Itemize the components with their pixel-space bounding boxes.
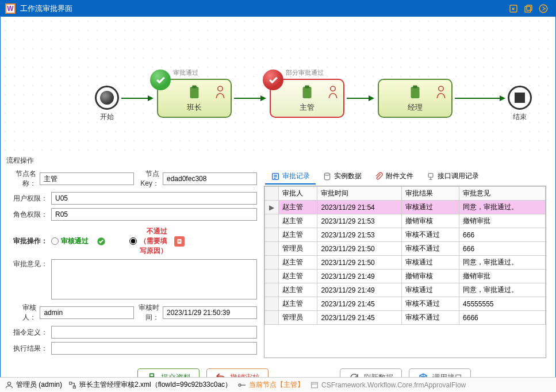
approval-grid: 审批人 审批时间 审批结果 审批意见 ▶赵主管2023/11/29 21:54审… xyxy=(264,186,546,325)
role-perm-input[interactable] xyxy=(51,208,257,221)
task-node-2[interactable]: 部分审批通过 主管 xyxy=(270,79,344,118)
label-node-key: 节点Key： xyxy=(134,169,159,189)
row-marker-cell xyxy=(265,256,279,270)
tab-bar: 审批记录 实例数据 附件文件 接口调用记录 xyxy=(264,169,546,185)
table-cell: 45555555 xyxy=(459,297,546,311)
svg-point-6 xyxy=(218,86,223,91)
table-row[interactable]: 赵主管2023/11/29 21:53撤销审核撤销审批 xyxy=(265,214,546,228)
exec-result-input[interactable] xyxy=(51,342,257,355)
opinion-textarea[interactable] xyxy=(51,259,257,299)
table-cell: 同意，审批通过。 xyxy=(459,283,546,297)
svg-rect-10 xyxy=(411,87,420,98)
svg-rect-15 xyxy=(178,240,181,241)
tab-api-log[interactable]: 接口调用记录 xyxy=(420,169,485,185)
table-row[interactable]: 赵主管2023/11/29 21:50审核通过同意，审批通过。 xyxy=(265,256,546,270)
svg-point-23 xyxy=(239,384,241,386)
maximize-button[interactable] xyxy=(521,2,536,15)
table-cell: 赵主管 xyxy=(279,228,317,242)
node-key-input[interactable] xyxy=(163,172,257,185)
row-marker-cell xyxy=(265,242,279,256)
list-icon xyxy=(271,172,280,181)
row-marker-cell xyxy=(265,311,279,325)
label-opinion: 审批意见： xyxy=(10,259,48,269)
node-name-input[interactable] xyxy=(40,172,134,185)
table-cell: 6666 xyxy=(459,311,546,325)
svg-rect-19 xyxy=(428,173,433,177)
person-icon xyxy=(327,84,339,99)
table-cell: 666 xyxy=(459,228,546,242)
table-cell: 2023/11/29 21:45 xyxy=(317,297,401,311)
user-perm-input[interactable] xyxy=(51,192,257,205)
grid-wrap[interactable]: 审批人 审批时间 审批结果 审批意见 ▶赵主管2023/11/29 21:54审… xyxy=(264,186,546,358)
app-letter: W xyxy=(7,5,13,13)
label-review-time: 审核时间： xyxy=(134,303,159,322)
task-node-3[interactable]: 经理 xyxy=(378,79,453,118)
svg-point-18 xyxy=(324,173,329,175)
table-row[interactable]: 赵主管2023/11/29 21:49审核通过同意，审批通过。 xyxy=(265,283,546,297)
label-role-perm: 角色权限： xyxy=(10,210,48,220)
window-title: 工作流审批界面 xyxy=(20,3,506,14)
review-time-input[interactable] xyxy=(163,306,257,319)
table-row[interactable]: 管理员2023/11/29 21:45审核不通过6666 xyxy=(265,311,546,325)
svg-rect-16 xyxy=(178,241,181,242)
svg-rect-1 xyxy=(525,6,531,12)
label-user-perm: 用户权限： xyxy=(10,194,48,203)
table-row[interactable]: ▶赵主管2023/11/29 21:54审核通过同意，审批通过。 xyxy=(265,201,546,214)
col-reviewer[interactable]: 审批人 xyxy=(279,187,317,201)
tab-instance-data[interactable]: 实例数据 xyxy=(317,169,367,185)
start-node[interactable]: 开始 xyxy=(95,86,119,122)
ops-section-title: 流程操作 xyxy=(1,155,555,167)
sb-user: 管理员 (admin) xyxy=(5,380,62,390)
table-cell: 赵主管 xyxy=(279,201,317,214)
statusbar: 管理员 (admin) 班长主管经理审核2.xml（flowId=99c92b3… xyxy=(0,377,556,392)
sb-file: 班长主管经理审核2.xml（flowId=99c92b33c0ac） xyxy=(68,380,232,390)
radio-reject[interactable]: 不通过（需要填写原因） xyxy=(129,226,167,256)
node-icon xyxy=(237,381,247,390)
minimize-button[interactable] xyxy=(506,2,521,15)
svg-rect-2 xyxy=(527,5,532,10)
start-label: 开始 xyxy=(95,112,119,122)
table-row[interactable]: 管理员2023/11/29 21:50审核不通过666 xyxy=(265,242,546,256)
titlebar: W 工作流审批界面 xyxy=(1,1,555,17)
col-opinion[interactable]: 审批意见 xyxy=(459,187,546,201)
end-node[interactable]: 结束 xyxy=(508,86,532,122)
task-label: 主管 xyxy=(300,102,315,113)
col-result[interactable]: 审批结果 xyxy=(401,187,459,201)
col-time[interactable]: 审批时间 xyxy=(317,187,401,201)
table-row[interactable]: 赵主管2023/11/29 21:45审核不通过45555555 xyxy=(265,297,546,311)
tab-approval-log[interactable]: 审批记录 xyxy=(265,169,316,185)
table-cell: 审核通过 xyxy=(401,201,459,214)
label-reviewer: 审核人： xyxy=(10,303,36,322)
col-marker xyxy=(265,187,279,201)
table-row[interactable]: 赵主管2023/11/29 21:53审核不通过666 xyxy=(265,228,546,242)
flow-icon xyxy=(68,381,77,390)
svg-rect-7 xyxy=(303,87,312,98)
table-cell: 赵主管 xyxy=(279,256,317,270)
svg-rect-11 xyxy=(413,86,417,89)
ops-panel: 节点名称： 节点Key： 用户权限： 角色权限： 审批操作： 审核通过 不通过（… xyxy=(1,167,555,363)
table-cell: 审核不通过 xyxy=(401,297,459,311)
reviewer-input[interactable] xyxy=(40,306,134,319)
row-marker-cell xyxy=(265,228,279,242)
table-row[interactable]: 赵主管2023/11/29 21:49撤销审核撤销审批 xyxy=(265,270,546,283)
cmd-def-input[interactable] xyxy=(51,326,257,339)
close-button[interactable] xyxy=(536,2,551,15)
table-cell: 2023/11/29 21:53 xyxy=(317,228,401,242)
radio-pass[interactable]: 审核通过 xyxy=(51,236,89,246)
arrow xyxy=(347,98,373,99)
table-cell: 2023/11/29 21:53 xyxy=(317,214,401,228)
row-marker-cell xyxy=(265,214,279,228)
status-badge-partial-icon xyxy=(263,70,283,90)
task-node-1[interactable]: 审批通过 班长 xyxy=(157,79,232,118)
data-icon xyxy=(323,172,332,181)
table-cell: 审核不通过 xyxy=(401,228,459,242)
label-cmd-def: 指令定义： xyxy=(10,328,48,337)
svg-rect-5 xyxy=(192,86,197,89)
tab-attachments[interactable]: 附件文件 xyxy=(369,169,419,185)
table-cell: 审核通过 xyxy=(401,256,459,270)
table-cell: 审核不通过 xyxy=(401,242,459,256)
sb-current-node: 当前节点【主管】 xyxy=(237,380,304,390)
clipboard-icon xyxy=(298,84,316,101)
workflow-canvas[interactable]: 开始 审批通过 班长 部分审批通过 主管 经理 xyxy=(1,17,555,155)
table-cell: 撤销审核 xyxy=(401,270,459,283)
